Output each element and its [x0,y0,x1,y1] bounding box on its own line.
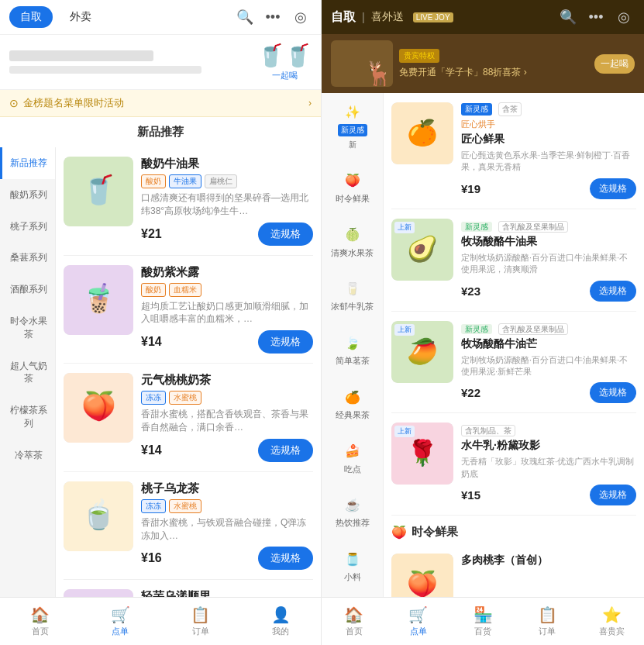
select-spec-button[interactable]: 选规格 [258,222,313,246]
target-icon[interactable]: ◎ [290,6,312,28]
sidebar-item-mulberry[interactable]: 桑葚系列 [0,242,55,274]
sidebar-item-milk-tea[interactable]: 超人气奶茶 [0,350,55,395]
right-dept-icon: 🏪 [474,605,493,624]
select-spec-button[interactable]: 选规格 [258,547,313,570]
corner-label: 上新 [394,222,415,233]
deliver-text: 喜外送 [371,10,404,24]
simple-tea-label: 简单茗茶 [336,355,370,367]
search-icon[interactable]: 🔍 [234,6,256,28]
drink-together-btn[interactable]: 🥤🥤 一起喝 [257,43,312,81]
product-name: 桃子乌龙茶 [141,481,313,496]
svg-text:🍵: 🍵 [81,498,116,531]
svg-rect-8 [64,589,133,597]
corner-label: 上新 [394,324,415,336]
nav-order-label: 点单 [112,626,129,637]
right-sidebar-item-classic[interactable]: 🍊 经典果茶 [322,378,383,433]
product-item: 🫖 轻芋乌漾顺里 [64,580,313,597]
sidebar-item-peach[interactable]: 桃子系列 [0,211,55,243]
more-icon[interactable]: ••• [262,6,284,28]
drink-together-label: 一起喝 [272,70,298,81]
right-nav-orders[interactable]: 📋 订单 [515,602,580,640]
sidebar-item-cold[interactable]: 冷萃茶 [0,440,55,471]
craftsman-label: 匠心烘手 [461,119,495,130]
select-spec-button[interactable]: 选规格 [258,330,313,354]
banner-image: 🦌 [331,40,393,87]
right-target-icon[interactable]: ◎ [613,6,635,28]
milk-tea-icon: 🥛 [345,281,360,298]
nav-order[interactable]: 🛒 点单 [81,602,161,640]
new-feeling-badge2: 新灵感 [461,222,492,232]
right-sidebar-item-food[interactable]: 🍰 吃点 [322,432,383,486]
sidebar-item-fruit-tea[interactable]: 时令水果茶 [0,305,55,350]
right-header: 自取 | 喜外送 LIVE JOY 🔍 ••• ◎ [322,0,644,34]
main-content: 新品推荐 酸奶系列 桃子系列 桑葚系列 酒酿系列 时令水果茶 超人气奶茶 柠檬茶… [0,147,321,597]
right-product-name: 水牛乳·粉黛玫影 [461,439,636,453]
right-nav-vip-label: 喜贵宾 [599,626,625,637]
corner-label: 上新 [394,426,415,437]
right-sidebar-item-toppings[interactable]: 🫙 小料 [322,540,383,595]
svg-text:🥭: 🥭 [407,336,438,366]
sidebar-item-new[interactable]: 新品推荐 [0,147,55,179]
fruit-tea-icon: 🍈 [345,226,360,243]
sidebar-item-lemon[interactable]: 柠檬茶系列 [0,395,55,440]
svg-text:🥑: 🥑 [407,234,438,264]
sidebar-item-yogurt[interactable]: 酸奶系列 [0,179,55,211]
right-sidebar-item-seasonal[interactable]: 🍑 时令鲜果 [322,161,383,216]
right-sidebar-item-simple-tea[interactable]: 🍃 简单茗茶 [322,324,383,378]
left-bottom-nav: 🏠 首页 🛒 点单 📋 订单 👤 我的 [0,597,321,645]
right-sidebar-item-hot[interactable]: ☕ 热饮推荐 [322,486,383,540]
fruit-tea-label: 清爽水果茶 [331,247,374,259]
right-sidebar-item-fruit-tea[interactable]: 🍈 清爽水果茶 [322,216,383,270]
tab-self-pickup[interactable]: 自取 [9,6,53,28]
product-image-peach-milk: 🍑 [64,373,133,443]
right-order-icon: 🛒 [408,605,428,624]
product-item: 🍑 元气桃桃奶茶 冻冻 水蜜桃 香甜水蜜桃，搭配含香铁观音、茶香与果香自然融合，… [64,364,313,472]
tag-frozen2: 冻冻 [141,499,166,513]
right-product-item: 🌹 上新 含乳制品、茶 水牛乳·粉黛玫影 无香精「玫影」玫瑰红茶·优选广西水牛乳… [391,413,636,516]
right-sidebar-item-new[interactable]: ✨ 新灵感 新 [322,93,383,161]
right-sidebar-item-milk-tea[interactable]: 🥛 浓郁牛乳茶 [322,270,383,324]
product-name: 元气桃桃奶茶 [141,373,313,388]
product-footer: ¥14 选规格 [141,330,313,354]
tab-delivery[interactable]: 外卖 [59,6,102,28]
toppings-label: 小料 [344,571,361,583]
right-drink-together-button[interactable]: 一起喝 [594,54,635,74]
tag-yogurt: 酸奶 [141,174,166,188]
right-select-spec-button[interactable]: 选规格 [590,485,636,505]
sidebar-item-wine[interactable]: 酒酿系列 [0,274,55,305]
nav-profile[interactable]: 👤 我的 [241,602,322,640]
tag-frozen: 冻冻 [141,391,166,405]
right-select-spec-button[interactable]: 选规格 [590,178,636,199]
select-spec-button[interactable]: 选规格 [258,439,313,462]
right-product-list: 🍊 新灵感 含茶 匠心烘手 匠心鲜果 匠心甄选黄色系水果·当季芒果·鲜制橙丁·百… [384,93,644,597]
product-details: 酸奶牛油果 酸奶 牛油果 扁桃仁 口感清爽还有嚼得到的坚果碎香—选用北纬38°高… [141,157,313,246]
nav-home[interactable]: 🏠 首页 [0,602,81,640]
right-nav-department[interactable]: 🏪 百货 [450,602,515,640]
gold-banner[interactable]: ⊙ 金榜题名菜单限时活动 › [0,90,321,117]
right-search-icon[interactable]: 🔍 [557,6,579,28]
tag-almond: 扁桃仁 [205,174,237,188]
product-name: 酸奶牛油果 [141,157,313,171]
nav-home-label: 首页 [32,626,49,637]
nav-orders[interactable]: 📋 订单 [160,602,241,640]
live-badge: LIVE JOY [413,12,453,22]
right-more-icon[interactable]: ••• [585,6,607,28]
right-select-spec-button[interactable]: 选规格 [590,281,636,302]
right-select-spec-button[interactable]: 选规格 [590,382,636,403]
right-home-icon: 🏠 [344,605,363,624]
product-item: 🥤 酸奶牛油果 酸奶 牛油果 扁桃仁 口感清爽还有嚼得到的坚果碎香—选用北纬38… [64,147,313,256]
new-feeling-badge: 新灵感 [461,103,492,116]
svg-text:🌹: 🌹 [407,438,438,467]
right-nav-home[interactable]: 🏠 首页 [322,602,386,640]
right-nav-order[interactable]: 🛒 点单 [386,602,450,640]
right-product-price: ¥19 [461,182,480,195]
store-name-placeholder [9,50,153,61]
right-product-footer: ¥19 选规格 [461,178,636,199]
dairy-badge3: 含乳制品、茶 [461,425,515,436]
section-title: 新品推荐 [0,117,321,147]
right-nav-vip[interactable]: ⭐ 喜贵宾 [580,602,644,640]
right-product-footer: ¥23 选规格 [461,281,636,302]
product-price: ¥14 [141,443,162,457]
product-image-taro: 🫖 [64,589,133,597]
product-footer: ¥21 选规格 [141,222,313,246]
